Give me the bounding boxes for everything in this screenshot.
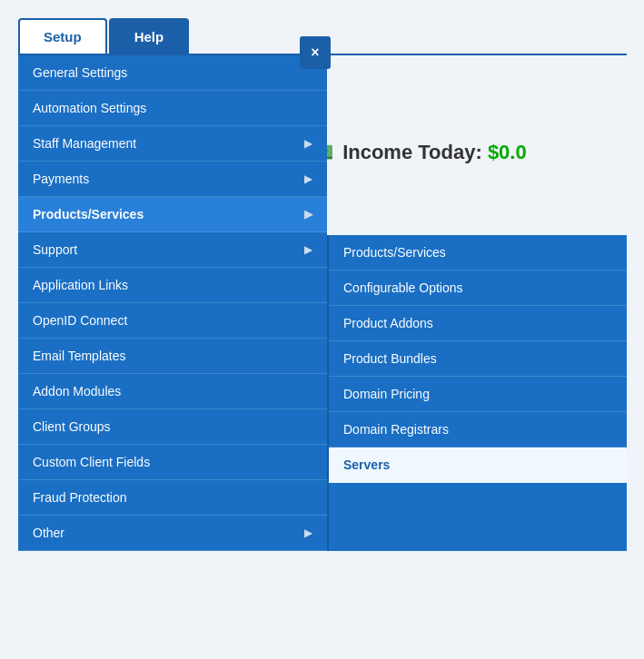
chevron-right-icon: ▶ (304, 243, 312, 256)
primary-menu-item-other[interactable]: Other▶ (18, 516, 327, 551)
primary-menu-item-fraud-protection[interactable]: Fraud Protection (18, 480, 327, 516)
primary-menu: General SettingsAutomation SettingsStaff… (18, 55, 327, 551)
menu-item-label: Domain Pricing (343, 387, 430, 401)
primary-menu-item-staff-management[interactable]: Staff Management▶ (18, 126, 327, 162)
menu-item-label: General Settings (33, 65, 127, 80)
secondary-menu-item-ps-domain-registrars[interactable]: Domain Registrars (329, 412, 627, 448)
secondary-menu: Products/ServicesConfigurable OptionsPro… (327, 235, 627, 551)
primary-menu-item-addon-modules[interactable]: Addon Modules (18, 374, 327, 409)
menu-item-label: Email Templates (33, 349, 125, 363)
primary-menu-item-email-templates[interactable]: Email Templates (18, 339, 327, 374)
menu-item-label: Configurable Options (343, 280, 463, 295)
menu-item-label: Products/Services (33, 207, 144, 221)
primary-menu-item-automation-settings[interactable]: Automation Settings (18, 91, 327, 126)
primary-menu-item-payments[interactable]: Payments▶ (18, 162, 327, 197)
secondary-menu-item-ps-configurable-options[interactable]: Configurable Options (329, 270, 627, 306)
main-menu-container: Setup Help × General SettingsAutomation … (18, 18, 627, 551)
chevron-right-icon: ▶ (304, 526, 312, 539)
primary-menu-item-custom-client-fields[interactable]: Custom Client Fields (18, 445, 327, 480)
primary-menu-item-general-settings[interactable]: General Settings (18, 55, 327, 91)
menu-item-label: Automation Settings (33, 101, 146, 115)
menu-item-label: Servers (343, 457, 390, 472)
tab-setup[interactable]: Setup (18, 18, 107, 54)
menus-row: General SettingsAutomation SettingsStaff… (18, 54, 627, 551)
primary-menu-item-support[interactable]: Support▶ (18, 232, 327, 268)
close-button[interactable]: × (300, 36, 331, 69)
menu-item-label: Client Groups (33, 419, 111, 434)
menu-item-label: Payments (33, 172, 89, 186)
tab-help[interactable]: Help (109, 18, 190, 54)
primary-menu-item-openid-connect[interactable]: OpenID Connect (18, 303, 327, 339)
chevron-right-icon: ▶ (304, 172, 312, 185)
menu-item-label: Domain Registrars (343, 422, 449, 437)
primary-menu-item-products-services[interactable]: Products/Services▶ (18, 197, 327, 232)
menu-item-label: Product Addons (343, 316, 433, 330)
menu-item-label: Fraud Protection (33, 490, 127, 505)
menu-item-label: OpenID Connect (33, 313, 127, 328)
menu-item-label: Custom Client Fields (33, 455, 150, 469)
menu-item-label: Support (33, 242, 77, 257)
menu-item-label: Product Bundles (343, 351, 437, 366)
chevron-right-icon: ▶ (304, 208, 312, 221)
primary-menu-item-application-links[interactable]: Application Links (18, 268, 327, 303)
menu-item-label: Products/Services (343, 245, 446, 260)
menu-item-label: Application Links (33, 278, 128, 292)
secondary-menu-item-ps-product-addons[interactable]: Product Addons (329, 306, 627, 341)
secondary-menu-item-ps-product-bundles[interactable]: Product Bundles (329, 341, 627, 377)
secondary-menu-item-ps-products-services[interactable]: Products/Services (329, 235, 627, 270)
chevron-right-icon: ▶ (304, 137, 312, 150)
menu-item-label: Staff Management (33, 136, 136, 151)
primary-menu-item-client-groups[interactable]: Client Groups (18, 409, 327, 445)
secondary-menu-item-ps-domain-pricing[interactable]: Domain Pricing (329, 377, 627, 412)
menu-item-label: Addon Modules (33, 384, 121, 398)
menu-item-label: Other (33, 526, 64, 540)
secondary-menu-item-ps-servers[interactable]: Servers (329, 448, 627, 483)
